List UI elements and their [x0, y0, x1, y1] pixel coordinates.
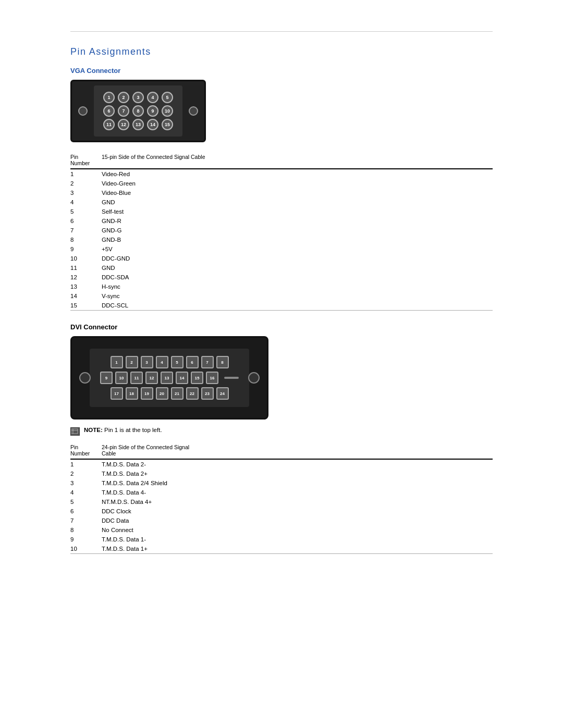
pin-number: 6 — [70, 216, 102, 226]
page-container: Pin Assignments VGA Connector 1 2 3 4 5 … — [0, 0, 563, 598]
pin-number: 6 — [70, 507, 102, 516]
pin-number: 4 — [70, 198, 102, 207]
dvi-pin-9: 9 — [100, 372, 113, 384]
dvi-pin-2: 2 — [126, 356, 138, 368]
table-row: 2Video-Green — [70, 179, 493, 188]
pin-signal: GND-R — [102, 216, 493, 226]
table-row: 8GND-B — [70, 235, 493, 244]
pin-number: 13 — [70, 282, 102, 291]
table-row: 10DDC-GND — [70, 254, 493, 263]
table-row: 3Video-Blue — [70, 188, 493, 198]
pin-signal: T.M.D.S. Data 2+ — [102, 469, 493, 478]
pin-signal: DDC-GND — [102, 254, 493, 263]
dvi-pins-diagram: 1 2 3 4 5 6 7 8 9 10 11 12 13 14 15 — [90, 349, 249, 407]
table-row: 13H-sync — [70, 282, 493, 291]
vga-pin-6: 6 — [103, 105, 115, 117]
dvi-pin-13: 13 — [161, 372, 173, 384]
table-row: 8No Connect — [70, 525, 493, 535]
vga-pin-14: 14 — [147, 119, 158, 130]
vga-row-2: 6 7 8 9 10 — [103, 105, 173, 117]
pin-number: 14 — [70, 291, 102, 301]
pin-signal: T.M.D.S. Data 1- — [102, 535, 493, 544]
pin-number: 1 — [70, 459, 102, 469]
dvi-dash — [224, 377, 239, 379]
table-row: 12DDC-SDA — [70, 273, 493, 282]
pin-signal: V-sync — [102, 291, 493, 301]
dvi-table-body: 1T.M.D.S. Data 2-2T.M.D.S. Data 2+3T.M.D… — [70, 459, 493, 554]
dvi-note-text: NOTE: Pin 1 is at the top left. — [84, 427, 162, 433]
vga-pin-3: 3 — [132, 92, 144, 103]
vga-table-body: 1Video-Red2Video-Green3Video-Blue4GND5Se… — [70, 169, 493, 311]
dvi-pin-18: 18 — [126, 387, 138, 400]
table-row: 14V-sync — [70, 291, 493, 301]
dvi-pin-8: 8 — [216, 356, 229, 368]
vga-pin-13: 13 — [132, 119, 144, 130]
table-row: 1Video-Red — [70, 169, 493, 179]
pin-number: 2 — [70, 469, 102, 478]
dvi-pin-10: 10 — [115, 372, 128, 384]
svg-rect-0 — [71, 429, 78, 434]
pin-number: 5 — [70, 207, 102, 216]
pin-signal: DDC Clock — [102, 507, 493, 516]
vga-pin-11: 11 — [103, 119, 115, 130]
dvi-connector-image: 1 2 3 4 5 6 7 8 9 10 11 12 13 14 15 — [70, 336, 268, 419]
pin-signal: DDC-SDA — [102, 273, 493, 282]
pin-number: 9 — [70, 244, 102, 254]
pin-signal: GND — [102, 198, 493, 207]
pin-signal: GND — [102, 263, 493, 273]
table-row: 10T.M.D.S. Data 1+ — [70, 544, 493, 554]
dvi-header-pin: PinNumber — [70, 442, 102, 459]
dvi-pin-14: 14 — [176, 372, 188, 384]
vga-header-pin: PinNumber — [70, 152, 102, 169]
pin-number: 4 — [70, 488, 102, 497]
dvi-section: DVI Connector 1 2 3 4 5 6 7 8 9 10 11 — [70, 323, 493, 554]
pin-number: 12 — [70, 273, 102, 282]
vga-pin-10: 10 — [162, 105, 173, 117]
table-row: 9T.M.D.S. Data 1- — [70, 535, 493, 544]
vga-subtitle: VGA Connector — [70, 67, 493, 75]
dvi-row-2: 9 10 11 12 13 14 15 16 — [100, 372, 239, 384]
pin-number: 1 — [70, 169, 102, 179]
vga-pin-7: 7 — [118, 105, 129, 117]
pin-signal: H-sync — [102, 282, 493, 291]
dvi-subtitle: DVI Connector — [70, 323, 493, 331]
pin-number: 8 — [70, 235, 102, 244]
table-row: 6GND-R — [70, 216, 493, 226]
pin-signal: T.M.D.S. Data 1+ — [102, 544, 493, 554]
vga-pin-8: 8 — [132, 105, 144, 117]
pin-signal: Video-Green — [102, 179, 493, 188]
pin-signal: Video-Red — [102, 169, 493, 179]
pin-number: 3 — [70, 188, 102, 198]
dvi-row-3: 17 18 19 20 21 22 23 24 — [111, 387, 229, 400]
pin-number: 7 — [70, 226, 102, 235]
table-row: 5Self-test — [70, 207, 493, 216]
table-row: 2T.M.D.S. Data 2+ — [70, 469, 493, 478]
table-row: 5NT.M.D.S. Data 4+ — [70, 497, 493, 507]
table-row: 3T.M.D.S. Data 2/4 Shield — [70, 478, 493, 488]
pin-number: 8 — [70, 525, 102, 535]
table-row: 11GND — [70, 263, 493, 273]
note-icon — [70, 427, 80, 436]
pin-number: 9 — [70, 535, 102, 544]
pin-signal: No Connect — [102, 525, 493, 535]
dvi-table-header: PinNumber 24-pin Side of the Connected S… — [70, 442, 493, 459]
vga-pins-diagram: 1 2 3 4 5 6 7 8 9 10 11 12 13 14 — [94, 85, 182, 137]
pin-signal: DDC-SCL — [102, 301, 493, 311]
dvi-pin-22: 22 — [186, 387, 199, 400]
vga-connector-image: 1 2 3 4 5 6 7 8 9 10 11 12 13 14 — [70, 80, 206, 142]
pin-number: 11 — [70, 263, 102, 273]
note-content: Pin 1 is at the top left. — [104, 427, 162, 433]
vga-section: VGA Connector 1 2 3 4 5 6 7 8 9 10 — [70, 67, 493, 311]
pin-number: 2 — [70, 179, 102, 188]
top-divider — [70, 31, 493, 32]
pin-signal: Self-test — [102, 207, 493, 216]
pin-number: 7 — [70, 516, 102, 525]
dvi-pin-11: 11 — [130, 372, 143, 384]
table-row: 7DDC Data — [70, 516, 493, 525]
pencil-icon — [71, 428, 79, 435]
dvi-header-signal: 24-pin Side of the Connected SignalCable — [102, 442, 493, 459]
vga-pin-1: 1 — [103, 92, 115, 103]
dvi-pin-16: 16 — [206, 372, 218, 384]
vga-pin-5: 5 — [162, 92, 173, 103]
vga-table-header: PinNumber 15-pin Side of the Connected S… — [70, 152, 493, 169]
